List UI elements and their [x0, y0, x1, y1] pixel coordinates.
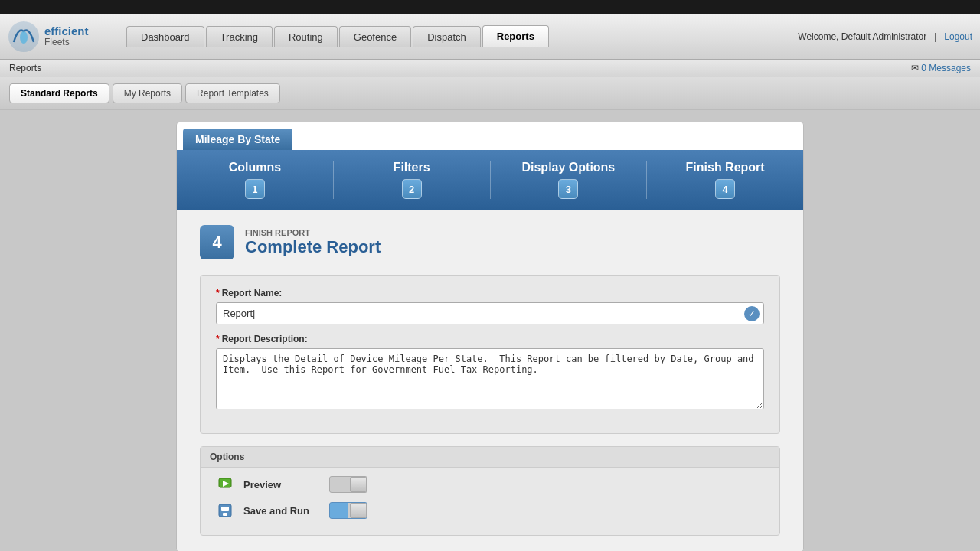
- preview-toggle[interactable]: [329, 476, 368, 493]
- logo-text: efficient Fleets: [44, 25, 89, 48]
- step-columns-label: Columns: [229, 161, 281, 174]
- report-container: Mileage By State Columns 1 Filters 2 Dis…: [176, 122, 804, 551]
- report-name-group: * Report Name: ✓: [216, 288, 764, 324]
- report-name-label: * Report Name:: [216, 288, 764, 298]
- options-header: Options: [201, 447, 779, 468]
- nav-tab-reports[interactable]: Reports: [482, 25, 549, 47]
- sub-tab-my-reports[interactable]: My Reports: [113, 83, 182, 103]
- options-body: Preview: [201, 468, 779, 535]
- sub-tab-report-templates[interactable]: Report Templates: [185, 83, 280, 103]
- form-section: * Report Name: ✓ * Report Description: D…: [200, 275, 780, 434]
- nav-tab-dashboard[interactable]: Dashboard: [126, 26, 204, 47]
- header-right: Welcome, Default Administrator | Logout: [798, 31, 972, 42]
- input-check-icon: ✓: [744, 306, 760, 321]
- svg-point-1: [20, 31, 28, 44]
- logo-efficient: efficient: [44, 25, 89, 38]
- logout-link[interactable]: Logout: [944, 31, 972, 42]
- top-bar: [0, 0, 980, 14]
- welcome-text: Welcome, Default Administrator: [798, 31, 926, 42]
- step-finish-label: Finish Report: [686, 161, 765, 174]
- step-number-box: 4: [200, 225, 234, 259]
- nav-tab-routing[interactable]: Routing: [274, 26, 338, 47]
- step-finish-badge: 4: [715, 179, 735, 199]
- separator-icon: |: [934, 31, 936, 42]
- step-title-group: FINISH REPORT Complete Report: [245, 228, 381, 257]
- saverun-icon: [216, 501, 234, 520]
- step-filters-label: Filters: [394, 161, 430, 174]
- nav-tab-geofence[interactable]: Geofence: [339, 26, 411, 47]
- saverun-toggle-knob: [350, 503, 367, 518]
- sub-nav: Standard Reports My Reports Report Templ…: [0, 77, 980, 110]
- step-columns[interactable]: Columns 1: [177, 150, 333, 210]
- report-name-input[interactable]: [216, 302, 764, 324]
- report-description-group: * Report Description: Displays the Detai…: [216, 334, 764, 412]
- option-preview-row: Preview: [216, 475, 764, 494]
- svg-rect-5: [221, 507, 229, 511]
- messages-link[interactable]: ✉ 0 Messages: [911, 63, 971, 73]
- saverun-label: Save and Run: [243, 505, 320, 517]
- main-content: Mileage By State Columns 1 Filters 2 Dis…: [0, 110, 980, 551]
- svg-rect-6: [223, 513, 227, 516]
- nav-tabs: Dashboard Tracking Routing Geofence Disp…: [126, 25, 798, 47]
- step-filters[interactable]: Filters 2: [334, 150, 490, 210]
- step-finish-report[interactable]: Finish Report 4: [647, 150, 803, 210]
- sub-tab-standard-reports[interactable]: Standard Reports: [9, 83, 109, 103]
- saverun-toggle[interactable]: [329, 502, 368, 519]
- options-section: Options Preview: [200, 446, 780, 536]
- step-subtitle: FINISH REPORT: [245, 228, 381, 237]
- preview-label: Preview: [243, 479, 320, 491]
- logo-fleets: Fleets: [44, 37, 89, 47]
- content-area: 4 FINISH REPORT Complete Report * Report…: [177, 210, 803, 551]
- step-display-options-badge: 3: [558, 179, 578, 199]
- step-columns-badge: 1: [245, 179, 265, 199]
- breadcrumb-bar: Reports ✉ 0 Messages: [0, 60, 980, 77]
- header: efficient Fleets Dashboard Tracking Rout…: [0, 14, 980, 60]
- breadcrumb-text: Reports: [9, 63, 41, 73]
- preview-toggle-knob: [350, 477, 367, 492]
- step-display-options-label: Display Options: [521, 161, 615, 174]
- logo-icon: [8, 21, 40, 53]
- nav-tab-dispatch[interactable]: Dispatch: [413, 26, 481, 47]
- report-title-tab: Mileage By State: [183, 129, 292, 150]
- option-saverun-row: Save and Run: [216, 501, 764, 520]
- preview-icon: [216, 475, 234, 494]
- nav-tab-tracking[interactable]: Tracking: [206, 26, 273, 47]
- report-description-label: * Report Description:: [216, 334, 764, 344]
- report-name-wrapper: ✓: [216, 302, 764, 324]
- logo-area: efficient Fleets: [8, 21, 126, 53]
- required-star-name: *: [216, 288, 220, 298]
- required-star-desc: *: [216, 334, 220, 344]
- envelope-icon: ✉: [911, 63, 919, 73]
- step-display-options[interactable]: Display Options 3: [491, 150, 647, 210]
- report-description-textarea[interactable]: Displays the Detail of Device Mileage Pe…: [216, 348, 764, 409]
- step-title: Complete Report: [245, 237, 381, 257]
- step-header: 4 FINISH REPORT Complete Report: [200, 225, 780, 259]
- step-filters-badge: 2: [402, 179, 422, 199]
- steps-bar: Columns 1 Filters 2 Display Options 3 Fi…: [177, 150, 803, 210]
